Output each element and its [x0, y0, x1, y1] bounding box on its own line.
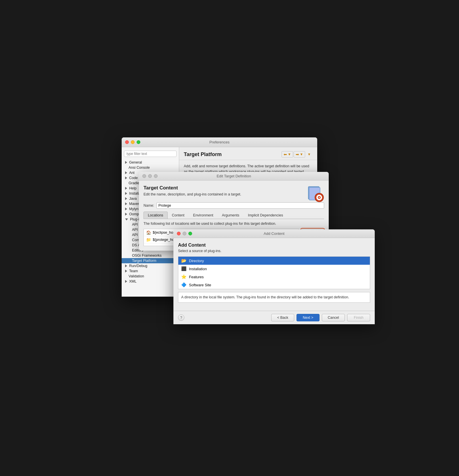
content-type-installation-label: Installation	[189, 267, 207, 271]
content-type-installation[interactable]: ⬛ Installation	[178, 265, 370, 273]
content-type-directory[interactable]: 📂 Directory	[178, 257, 370, 265]
edit-section-desc: Edit the name, description, and plug-ins…	[144, 192, 303, 197]
content-type-features[interactable]: ⭐ Features	[178, 273, 370, 281]
sidebar-search-input[interactable]	[124, 151, 177, 157]
add-content-maximize-button[interactable]	[188, 232, 192, 235]
content-type-description: A directory in the local file system. Th…	[178, 292, 370, 303]
maximize-inactive-button[interactable]	[154, 174, 158, 178]
expand-arrow-icon	[125, 187, 127, 190]
add-content-section-desc: Select a source of plug-ins.	[178, 249, 370, 253]
expand-arrow-icon	[125, 161, 127, 164]
sidebar-item-ansi-console[interactable]: Ansi Console	[122, 165, 179, 170]
add-content-body: Add Content Select a source of plug-ins.…	[173, 238, 375, 311]
add-content-footer-actions: < Back Next > Cancel Finish	[271, 314, 370, 321]
expand-arrow-icon	[125, 208, 127, 210]
nav-forward-button[interactable]: ➡ ▼	[294, 151, 305, 158]
close-button[interactable]	[125, 140, 129, 144]
expand-arrow-icon	[125, 202, 127, 205]
content-title: Target Platform	[184, 151, 222, 158]
collapse-arrow-icon	[125, 218, 128, 220]
sidebar-item-label: Gradle	[129, 181, 139, 185]
expand-arrow-icon	[125, 197, 127, 200]
sidebar-item-validation[interactable]: Validation	[122, 274, 179, 279]
software-site-icon: 🔷	[181, 282, 187, 287]
directory-icon: 📂	[181, 258, 187, 263]
add-content-close-button[interactable]	[177, 232, 181, 235]
tab-arguments[interactable]: Arguments	[217, 212, 243, 219]
tab-content[interactable]: Content	[168, 212, 189, 219]
target-content-icon	[307, 185, 324, 202]
forward-arrow-icon: ➡	[296, 152, 299, 157]
sidebar-item-label: OSGi Frameworks	[132, 254, 162, 258]
sidebar-item-team[interactable]: Team	[122, 268, 179, 274]
close-inactive-button[interactable]	[142, 174, 146, 178]
tabs-bar: Locations Content Environment Arguments …	[144, 212, 324, 219]
finish-button[interactable]: Finish	[347, 314, 370, 321]
target-svg-icon	[307, 185, 324, 202]
nav-dropdown-button[interactable]: ▼	[306, 152, 313, 157]
add-content-help-button[interactable]: ?	[178, 314, 184, 321]
expand-arrow-icon	[125, 171, 127, 174]
expand-arrow-icon	[125, 213, 127, 216]
name-input[interactable]	[156, 202, 324, 209]
sidebar-item-label: Run/Debug	[129, 264, 147, 268]
name-label: Name:	[144, 204, 154, 208]
help-icon: ?	[180, 315, 182, 320]
edit-target-controls	[142, 174, 158, 178]
location-protege-icon: 📁	[146, 237, 151, 242]
maximize-button[interactable]	[137, 140, 140, 144]
sidebar-item-general[interactable]: General	[122, 160, 179, 165]
sidebar-item-xml[interactable]: XML	[122, 279, 179, 284]
locations-desc: The following list of locations will be …	[144, 221, 324, 227]
minimize-inactive-button[interactable]	[148, 174, 152, 178]
sidebar-item-label: Team	[129, 269, 138, 273]
edit-target-title: Edit Target Definition	[217, 174, 251, 178]
dropdown-arrow-icon: ▼	[307, 152, 311, 156]
cancel-button[interactable]: Cancel	[322, 314, 345, 321]
expand-arrow-icon	[125, 176, 127, 179]
back-button[interactable]: < Back	[271, 314, 294, 321]
expand-arrow-icon	[125, 192, 127, 195]
content-type-software-site-label: Software Site	[189, 283, 211, 287]
add-content-titlebar: Add Content	[173, 229, 375, 238]
sidebar-item-label: Ant	[129, 171, 135, 175]
preferences-title: Preferences	[209, 140, 230, 144]
location-eclipse-icon: 🏠	[146, 230, 151, 235]
header-actions: ⬅ ▼ ➡ ▼ ▼	[282, 151, 313, 158]
content-type-features-label: Features	[189, 275, 204, 279]
preferences-titlebar: Preferences	[122, 137, 317, 147]
add-content-window: Add Content Add Content Select a source …	[173, 229, 375, 324]
add-content-section-title: Add Content	[178, 243, 370, 248]
svg-point-5	[319, 197, 320, 198]
features-icon: ⭐	[181, 274, 187, 279]
nav-back-button[interactable]: ⬅ ▼	[282, 151, 293, 158]
sidebar-item-target-platform[interactable]: Target Platform	[122, 258, 179, 263]
sidebar-search-container	[122, 149, 179, 158]
content-type-directory-label: Directory	[189, 259, 204, 263]
sidebar-item-label: Java	[129, 197, 137, 201]
sidebar-item-osgi-frameworks[interactable]: OSGi Frameworks	[122, 253, 179, 258]
content-type-software-site[interactable]: 🔷 Software Site	[178, 281, 370, 289]
back-arrow-icon: ⬅	[284, 152, 287, 157]
sidebar-item-run-debug[interactable]: Run/Debug	[122, 263, 179, 268]
next-button[interactable]: Next >	[297, 314, 320, 321]
window-controls	[125, 140, 140, 144]
sidebar-item-label: Help	[129, 186, 137, 190]
expand-arrow-icon	[125, 270, 127, 272]
tab-locations[interactable]: Locations	[144, 212, 168, 219]
edit-section-title: Target Content	[144, 185, 303, 191]
add-content-minimize-button[interactable]	[183, 232, 186, 235]
sidebar-item-label: Maven	[129, 202, 140, 206]
sidebar-item-label: XML	[129, 279, 137, 283]
installation-icon: ⬛	[181, 266, 187, 271]
sidebar-item-label: General	[129, 160, 142, 164]
minimize-button[interactable]	[131, 140, 135, 144]
content-header: Target Platform ⬅ ▼ ➡ ▼ ▼	[179, 147, 317, 160]
expand-arrow-icon	[125, 264, 127, 267]
tab-implicit-dependencies[interactable]: Implicit Dependencies	[244, 212, 287, 219]
tab-environment[interactable]: Environment	[189, 212, 217, 219]
sidebar-item-label: Ansi Console	[129, 166, 150, 170]
edit-target-titlebar: Edit Target Definition	[139, 172, 329, 181]
sidebar-item-label: Target Platform	[132, 259, 156, 263]
name-row: Name:	[144, 202, 324, 209]
